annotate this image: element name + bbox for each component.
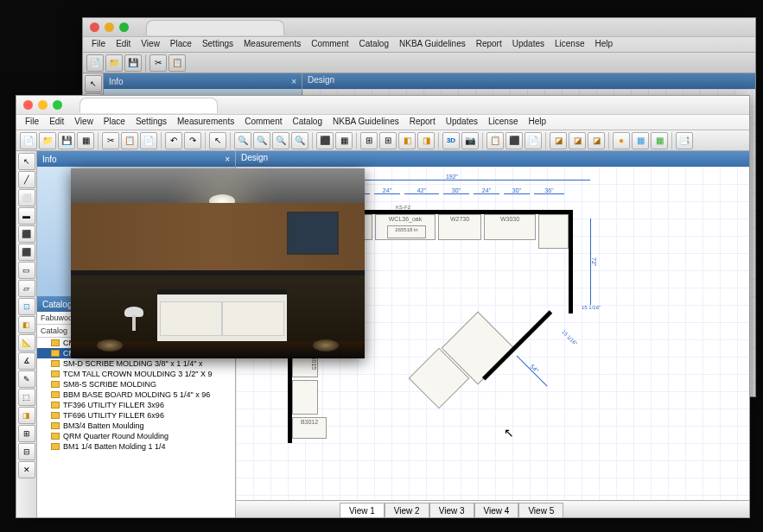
view-tab-1[interactable]: View 1 xyxy=(340,503,385,517)
save-button[interactable]: 💾 xyxy=(58,132,75,149)
tool-button[interactable]: 💾 xyxy=(124,54,142,72)
tool-button[interactable]: ✎ xyxy=(18,370,35,388)
browser-tab[interactable] xyxy=(146,20,284,35)
tool-button[interactable]: 📄 xyxy=(86,54,104,72)
menu-comment[interactable]: Comment xyxy=(239,115,287,130)
catalog-item[interactable]: BM1 1/4 Batten Molding 1 1/4 xyxy=(37,441,235,452)
tool-button[interactable]: ⊞ xyxy=(379,132,397,149)
zoom-button[interactable]: 🔍 xyxy=(253,132,270,149)
tool-button[interactable]: ↖ xyxy=(85,75,102,92)
cut-button[interactable]: ✂ xyxy=(102,132,119,149)
tool-button[interactable]: 📋 xyxy=(168,54,186,72)
close-icon[interactable]: × xyxy=(225,155,230,164)
tool-button[interactable]: ▭ xyxy=(18,262,35,279)
zoom-button[interactable]: 🔍 xyxy=(291,132,308,149)
tool-button[interactable]: ⬛ xyxy=(505,132,523,149)
tool-button[interactable]: ⬛ xyxy=(18,244,35,261)
tool-button[interactable]: ▱ xyxy=(18,280,35,297)
tool-button[interactable]: ⊞ xyxy=(18,425,35,442)
cabinet[interactable]: W3030 xyxy=(484,214,536,240)
line-tool[interactable]: ╱ xyxy=(18,171,35,188)
tool-button[interactable]: ◪ xyxy=(588,132,605,149)
cabinet[interactable] xyxy=(538,214,569,249)
maximize-icon[interactable] xyxy=(119,22,129,32)
tool-button[interactable]: ⊡ xyxy=(18,298,35,315)
menu-item[interactable]: Place xyxy=(165,37,197,52)
undo-button[interactable]: ↶ xyxy=(165,132,182,149)
view-tab-5[interactable]: View 5 xyxy=(518,503,563,517)
catalog-item[interactable]: SM8-S SCRIBE MOLDING xyxy=(37,379,235,390)
tool-button[interactable]: ⬚ xyxy=(18,389,35,406)
minimize-icon[interactable] xyxy=(105,22,114,32)
tool-button[interactable]: ◧ xyxy=(18,316,35,333)
catalog-item[interactable]: SM-D SCRIBE MOLDING 3/8" x 1 1/4" x xyxy=(37,358,235,369)
maximize-icon[interactable] xyxy=(53,100,62,110)
close-icon[interactable] xyxy=(23,100,33,110)
menu-catalog[interactable]: Catalog xyxy=(288,115,327,130)
tool-button[interactable]: ◧ xyxy=(398,132,416,149)
cabinet[interactable] xyxy=(292,380,318,415)
tool-button[interactable]: ⬜ xyxy=(18,189,35,206)
menu-item[interactable]: Report xyxy=(471,37,507,52)
select-tool[interactable]: ↖ xyxy=(18,153,35,170)
tool-button[interactable]: 📄 xyxy=(525,132,542,149)
open-button[interactable]: 📁 xyxy=(39,132,56,149)
menu-item[interactable]: Settings xyxy=(197,37,238,52)
tool-button[interactable]: ▦ xyxy=(632,132,649,149)
minimize-icon[interactable] xyxy=(38,100,48,110)
view-tab-4[interactable]: View 4 xyxy=(474,503,519,517)
tool-button[interactable]: ⊟ xyxy=(18,443,35,460)
catalog-item[interactable]: BM3/4 Batten Moulding xyxy=(37,421,235,431)
tool-button[interactable]: ⬛ xyxy=(316,132,334,149)
menu-license[interactable]: License xyxy=(483,115,523,130)
tool-button[interactable]: ◪ xyxy=(550,132,567,149)
menu-file[interactable]: File xyxy=(20,115,44,130)
catalog-item[interactable]: TF396 UTILITY FILLER 3x96 xyxy=(37,400,235,410)
tool-button[interactable]: ▦ xyxy=(77,132,94,149)
catalog-item[interactable]: TCM TALL CROWN MOULDING 3 1/2" X 9 xyxy=(37,369,235,379)
cabinet[interactable]: W2730 xyxy=(438,214,481,240)
menu-edit[interactable]: Edit xyxy=(44,115,69,130)
catalog-item[interactable]: TF696 UTILITY FILLER 6x96 xyxy=(37,410,235,421)
menu-place[interactable]: Place xyxy=(99,115,130,130)
menu-item[interactable]: Catalog xyxy=(354,37,394,52)
tool-button[interactable]: ● xyxy=(613,132,630,149)
redo-button[interactable]: ↷ xyxy=(184,132,201,149)
tool-button[interactable]: ▦ xyxy=(651,132,668,149)
menu-item[interactable]: Updates xyxy=(507,37,550,52)
sink[interactable]: 265518 in xyxy=(387,225,426,238)
menu-updates[interactable]: Updates xyxy=(441,115,483,130)
menu-item[interactable]: NKBA Guidelines xyxy=(394,37,471,52)
cabinet[interactable]: B3012 xyxy=(292,417,327,439)
menu-item[interactable]: File xyxy=(86,37,111,52)
menu-item[interactable]: License xyxy=(550,37,589,52)
tool-button[interactable]: ⊞ xyxy=(360,132,378,149)
tool-button[interactable]: ⬛ xyxy=(18,225,35,243)
menu-item[interactable]: View xyxy=(136,37,165,52)
catalog-item[interactable]: QRM Quarter Round Moulding xyxy=(37,431,235,441)
close-icon[interactable]: × xyxy=(291,77,296,86)
tool-button[interactable]: 📐 xyxy=(18,334,35,352)
copy-button[interactable]: 📋 xyxy=(121,132,138,149)
tool-button[interactable]: 📋 xyxy=(486,132,504,149)
pointer-button[interactable]: ↖ xyxy=(209,132,226,149)
new-button[interactable]: 📄 xyxy=(20,132,37,149)
menu-measurements[interactable]: Measurements xyxy=(172,115,239,130)
menu-item[interactable]: Comment xyxy=(306,37,353,52)
zoom-button[interactable]: 🔍 xyxy=(234,132,251,149)
menu-settings[interactable]: Settings xyxy=(130,115,172,130)
menu-nkba[interactable]: NKBA Guidelines xyxy=(327,115,404,130)
tool-button[interactable]: 📁 xyxy=(105,54,123,72)
tool-button[interactable]: 📑 xyxy=(676,132,693,149)
tool-button[interactable]: ∡ xyxy=(18,352,35,370)
tool-button[interactable]: ▬ xyxy=(18,207,35,225)
menu-item[interactable]: Edit xyxy=(111,37,136,52)
menu-help[interactable]: Help xyxy=(523,115,551,130)
paste-button[interactable]: 📄 xyxy=(140,132,157,149)
tool-button[interactable]: ✕ xyxy=(18,461,35,478)
close-icon[interactable] xyxy=(90,22,99,32)
tool-button[interactable]: ◪ xyxy=(569,132,586,149)
menu-view[interactable]: View xyxy=(69,115,99,130)
zoom-button[interactable]: 🔍 xyxy=(272,132,289,149)
tool-button[interactable]: ◨ xyxy=(417,132,435,149)
